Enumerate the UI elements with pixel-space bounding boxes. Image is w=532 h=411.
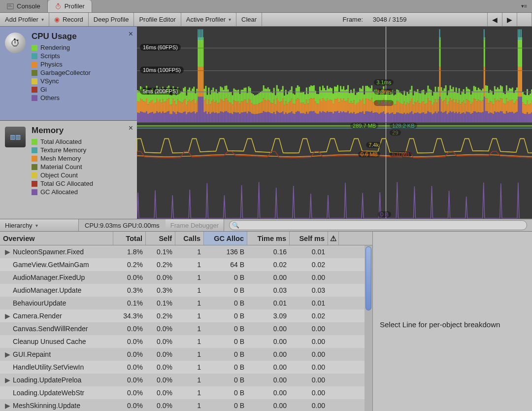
disclosure-triangle-icon[interactable]: ▶ xyxy=(5,376,10,384)
col-overview[interactable]: Overview xyxy=(0,232,113,245)
table-row[interactable]: Cleanup Unused Cache 0.0% 0.0% 1 0 B 0.0… xyxy=(0,335,372,348)
svg-rect-118 xyxy=(192,101,193,112)
legend-item[interactable]: GC Allocated xyxy=(32,188,131,196)
disclosure-triangle-icon[interactable]: ▶ xyxy=(5,350,10,358)
active-profiler-dropdown[interactable]: Active Profiler xyxy=(181,13,236,26)
memory-panel[interactable]: × ▥▥ Memory Total AllocatedTexture Memor… xyxy=(0,121,137,219)
svg-rect-647 xyxy=(451,112,453,122)
row-total: 0.0% xyxy=(113,376,146,384)
svg-rect-317 xyxy=(288,102,290,113)
tab-profiler[interactable]: Profiler xyxy=(48,0,92,12)
table-row[interactable]: GameView.GetMainGam 0.2% 0.2% 1 64 B 0.0… xyxy=(0,258,372,271)
row-total: 0.1% xyxy=(113,299,146,307)
close-icon[interactable]: × xyxy=(129,124,133,133)
col-calls[interactable]: Calls xyxy=(175,232,204,245)
svg-rect-556 xyxy=(406,113,408,122)
svg-rect-597 xyxy=(426,93,427,103)
svg-rect-31 xyxy=(149,102,150,113)
disclosure-triangle-icon[interactable]: ▶ xyxy=(5,312,10,320)
svg-rect-51 xyxy=(159,112,161,122)
profile-editor-button[interactable]: Profile Editor xyxy=(134,13,181,26)
table-scrollbar[interactable] xyxy=(365,245,372,411)
deep-profile-button[interactable]: Deep Profile xyxy=(89,13,134,26)
svg-rect-373 xyxy=(316,114,318,122)
table-row[interactable]: ▶Loading.UpdatePreloa 0.0% 0.0% 1 0 B 0.… xyxy=(0,374,372,386)
svg-rect-412 xyxy=(335,111,337,122)
table-row[interactable]: AudioManager.Update 0.3% 0.3% 1 0 B 0.03… xyxy=(0,284,372,297)
cpu-panel-title: CPU Usage xyxy=(32,32,131,41)
table-row[interactable]: ▶Camera.Render 34.3% 0.2% 1 0 B 3.09 0.0… xyxy=(0,309,372,322)
record-button[interactable]: ◉ Record xyxy=(49,13,89,26)
svg-rect-219 xyxy=(239,94,241,104)
frame-cursor[interactable] xyxy=(386,123,386,218)
row-selfms: 0.00 xyxy=(290,325,328,333)
svg-rect-617 xyxy=(436,103,438,113)
col-gc-alloc[interactable]: GC Alloc xyxy=(204,232,247,245)
svg-rect-558 xyxy=(406,92,408,103)
svg-rect-108 xyxy=(187,112,189,122)
prev-frame-button[interactable]: ◀ xyxy=(488,13,502,26)
disclosure-triangle-icon[interactable]: ▶ xyxy=(5,248,10,256)
table-row[interactable]: ▶GUI.Repaint 0.0% 0.0% 1 0 B 0.00 0.00 xyxy=(0,348,372,361)
tab-console[interactable]: Console xyxy=(0,0,48,12)
legend-item[interactable]: Rendering xyxy=(32,43,131,52)
svg-rect-84 xyxy=(175,114,177,122)
svg-rect-63 xyxy=(165,113,166,122)
memory-chart[interactable]: 289.7 MB7.4k0.6 MB128.2 KB296.0 MB0 B xyxy=(137,123,532,219)
scrollbar-thumb[interactable] xyxy=(366,246,371,310)
legend-item[interactable]: Total GC Allocated xyxy=(32,179,131,188)
col-warning-icon[interactable]: ⚠ xyxy=(328,232,339,245)
current-frame-button[interactable] xyxy=(517,13,532,26)
cpu-usage-panel[interactable]: × ⏱ CPU Usage RenderingScriptsPhysicsGar… xyxy=(0,27,137,121)
svg-rect-379 xyxy=(319,111,321,122)
row-self: 0.2% xyxy=(146,261,175,269)
view-mode-dropdown[interactable]: Hierarchy xyxy=(0,219,79,231)
window-menu-icon[interactable]: ▾≡ xyxy=(521,3,532,9)
table-row[interactable]: Canvas.SendWillRender 0.0% 0.0% 1 0 B 0.… xyxy=(0,322,372,335)
legend-item[interactable]: Object Count xyxy=(32,171,131,179)
add-profiler-dropdown[interactable]: Add Profiler xyxy=(0,13,49,26)
legend-item[interactable]: Others xyxy=(32,94,131,102)
legend-item[interactable]: Physics xyxy=(32,60,131,68)
table-row[interactable]: AudioManager.FixedUp 0.0% 0.0% 1 0 B 0.0… xyxy=(0,271,372,284)
close-icon[interactable]: × xyxy=(129,30,133,38)
col-self-ms[interactable]: Self ms xyxy=(290,232,328,245)
legend-item[interactable]: Texture Memory xyxy=(32,146,131,154)
svg-rect-96 xyxy=(181,113,183,122)
frame-cursor[interactable] xyxy=(386,27,386,122)
col-self[interactable]: Self xyxy=(146,232,175,245)
svg-rect-713 xyxy=(484,97,485,122)
legend-label: GarbageCollector xyxy=(40,69,91,76)
svg-rect-334 xyxy=(297,111,299,122)
next-frame-button[interactable]: ▶ xyxy=(502,13,517,26)
legend-item[interactable]: GarbageCollector xyxy=(32,68,131,77)
legend-item[interactable]: Gi xyxy=(32,85,131,94)
svg-rect-455 xyxy=(356,103,358,113)
col-total[interactable]: Total xyxy=(113,232,146,245)
table-row[interactable]: BehaviourUpdate 0.1% 0.1% 1 0 B 0.01 0.0… xyxy=(0,297,372,309)
cpu-usage-chart[interactable]: 16ms (60FPS)10ms (100FPS)5ms (200FPS)3.1… xyxy=(137,27,532,123)
disclosure-triangle-icon[interactable]: ▶ xyxy=(5,402,10,410)
table-row[interactable]: ▶NucleonSpawner.Fixed 1.8% 0.1% 1 136 B … xyxy=(0,245,372,258)
legend-item[interactable]: VSync xyxy=(32,77,131,85)
svg-rect-462 xyxy=(359,88,361,100)
clear-button[interactable]: Clear xyxy=(236,13,262,26)
search-input[interactable] xyxy=(229,220,527,230)
table-row[interactable]: Loading.UpdateWebStr 0.0% 0.0% 1 0 B 0.0… xyxy=(0,386,372,399)
svg-rect-623 xyxy=(439,67,441,97)
svg-rect-382 xyxy=(321,113,322,122)
svg-rect-578 xyxy=(417,101,418,112)
frame-debugger-button[interactable]: Frame Debugger xyxy=(166,219,224,231)
col-time-ms[interactable]: Time ms xyxy=(247,232,290,245)
legend-item[interactable]: Total Allocated xyxy=(32,137,131,146)
legend-item[interactable]: Material Count xyxy=(32,163,131,171)
svg-rect-211 xyxy=(236,113,238,122)
svg-rect-230 xyxy=(245,100,247,112)
table-row[interactable]: ▶MeshSkinning.Update 0.0% 0.0% 1 0 B 0.0… xyxy=(0,399,372,411)
svg-rect-465 xyxy=(361,89,362,101)
svg-rect-182 xyxy=(221,100,223,112)
legend-item[interactable]: Mesh Memory xyxy=(32,154,131,163)
legend-item[interactable]: Scripts xyxy=(32,52,131,60)
row-time: 0.16 xyxy=(247,248,290,256)
table-row[interactable]: HandleUtility.SetViewIn 0.0% 0.0% 1 0 B … xyxy=(0,361,372,374)
